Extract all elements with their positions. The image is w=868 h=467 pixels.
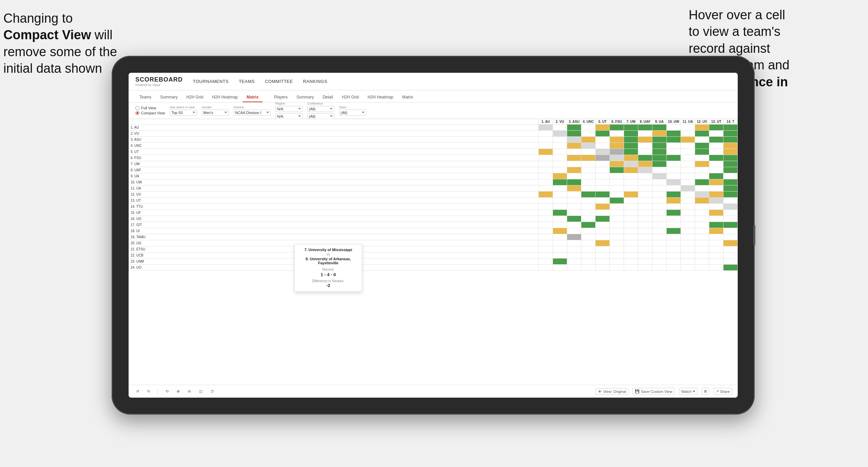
team-select[interactable]: (All) <box>339 110 366 116</box>
matrix-cell[interactable] <box>596 240 610 246</box>
matrix-cell[interactable] <box>624 167 638 173</box>
matrix-cell[interactable] <box>667 252 681 259</box>
matrix-cell[interactable] <box>553 155 567 161</box>
watch-button[interactable]: Watch ▾ <box>679 388 697 395</box>
matrix-cell[interactable] <box>724 204 738 210</box>
matrix-cell[interactable] <box>681 185 695 192</box>
matrix-cell[interactable] <box>652 143 667 149</box>
matrix-cell[interactable] <box>553 198 567 204</box>
matrix-cell[interactable] <box>581 173 596 179</box>
matrix-cell[interactable] <box>652 228 667 234</box>
matrix-cell[interactable] <box>681 155 695 161</box>
matrix-cell[interactable] <box>624 149 638 155</box>
matrix-cell[interactable] <box>695 246 709 252</box>
matrix-cell[interactable] <box>539 167 553 173</box>
matrix-cell[interactable] <box>638 265 652 271</box>
matrix-cell[interactable] <box>695 240 709 246</box>
matrix-cell[interactable] <box>567 185 581 192</box>
matrix-cell[interactable] <box>652 149 667 155</box>
matrix-cell[interactable] <box>539 259 553 265</box>
layout-button[interactable]: ◫ <box>197 388 204 395</box>
matrix-cell[interactable] <box>724 155 738 161</box>
matrix-cell[interactable] <box>724 137 738 143</box>
matrix-cell[interactable] <box>610 198 624 204</box>
matrix-cell[interactable] <box>709 125 724 131</box>
matrix-cell[interactable] <box>610 125 624 131</box>
matrix-cell[interactable] <box>581 222 596 228</box>
matrix-cell[interactable] <box>581 234 596 240</box>
matrix-cell[interactable] <box>581 192 596 198</box>
matrix-cell[interactable] <box>553 234 567 240</box>
matrix-cell[interactable] <box>553 259 567 265</box>
matrix-cell[interactable] <box>709 143 724 149</box>
matrix-cell[interactable] <box>610 149 624 155</box>
matrix-cell[interactable] <box>724 161 738 167</box>
matrix-cell[interactable] <box>724 228 738 234</box>
matrix-cell[interactable] <box>624 216 638 222</box>
matrix-cell[interactable] <box>567 252 581 259</box>
matrix-cell[interactable] <box>652 161 667 167</box>
matrix-cell[interactable] <box>695 204 709 210</box>
matrix-cell[interactable] <box>581 125 596 131</box>
matrix-cell[interactable] <box>709 185 724 192</box>
matrix-cell[interactable] <box>624 192 638 198</box>
matrix-cell[interactable] <box>553 204 567 210</box>
table-row[interactable]: 9. UA <box>129 173 738 179</box>
region-select2[interactable]: N/A <box>275 113 303 119</box>
matrix-cell[interactable] <box>581 137 596 143</box>
matrix-cell[interactable] <box>724 265 738 271</box>
matrix-cell[interactable] <box>553 125 567 131</box>
matrix-cell[interactable] <box>638 192 652 198</box>
matrix-cell[interactable] <box>667 185 681 192</box>
matrix-cell[interactable] <box>695 234 709 240</box>
matrix-cell[interactable] <box>596 143 610 149</box>
matrix-cell[interactable] <box>681 252 695 259</box>
matrix-cell[interactable] <box>724 167 738 173</box>
matrix-cell[interactable] <box>553 143 567 149</box>
matrix-cell[interactable] <box>695 216 709 222</box>
tab-summary[interactable]: Summary <box>156 93 181 102</box>
matrix-cell[interactable] <box>667 179 681 185</box>
matrix-cell[interactable] <box>624 240 638 246</box>
matrix-cell[interactable] <box>709 149 724 155</box>
matrix-cell[interactable] <box>652 125 667 131</box>
matrix-cell[interactable] <box>638 173 652 179</box>
matrix-cell[interactable] <box>695 131 709 137</box>
matrix-cell[interactable] <box>596 179 610 185</box>
matrix-cell[interactable] <box>624 125 638 131</box>
matrix-cell[interactable] <box>695 149 709 155</box>
matrix-cell[interactable] <box>724 216 738 222</box>
matrix-cell[interactable] <box>596 210 610 216</box>
matrix-cell[interactable] <box>567 125 581 131</box>
refresh-button[interactable]: ⟲ <box>163 388 171 395</box>
division-select[interactable]: NCAA Division I <box>233 110 271 116</box>
matrix-cell[interactable] <box>638 252 652 259</box>
matrix-cell[interactable] <box>581 185 596 192</box>
table-row[interactable]: 20. UG <box>129 240 738 246</box>
matrix-cell[interactable] <box>553 167 567 173</box>
tab-teams[interactable]: Teams <box>135 93 155 102</box>
matrix-cell[interactable] <box>638 179 652 185</box>
matrix-cell[interactable] <box>596 173 610 179</box>
matrix-cell[interactable] <box>539 155 553 161</box>
tab-matrix2[interactable]: Matrix <box>398 93 417 102</box>
matrix-cell[interactable] <box>539 185 553 192</box>
matrix-cell[interactable] <box>652 131 667 137</box>
matrix-cell[interactable] <box>539 161 553 167</box>
matrix-cell[interactable] <box>724 252 738 259</box>
matrix-cell[interactable] <box>709 210 724 216</box>
matrix-cell[interactable] <box>667 192 681 198</box>
matrix-cell[interactable] <box>581 210 596 216</box>
matrix-cell[interactable] <box>667 240 681 246</box>
matrix-cell[interactable] <box>652 234 667 240</box>
matrix-cell[interactable] <box>567 155 581 161</box>
full-view-radio[interactable]: Full View <box>135 106 165 110</box>
matrix-cell[interactable] <box>567 131 581 137</box>
matrix-cell[interactable] <box>567 234 581 240</box>
matrix-cell[interactable] <box>724 143 738 149</box>
matrix-cell[interactable] <box>667 210 681 216</box>
matrix-cell[interactable] <box>624 246 638 252</box>
matrix-cell[interactable] <box>596 234 610 240</box>
matrix-cell[interactable] <box>667 167 681 173</box>
table-row[interactable]: 7. UM <box>129 161 738 167</box>
